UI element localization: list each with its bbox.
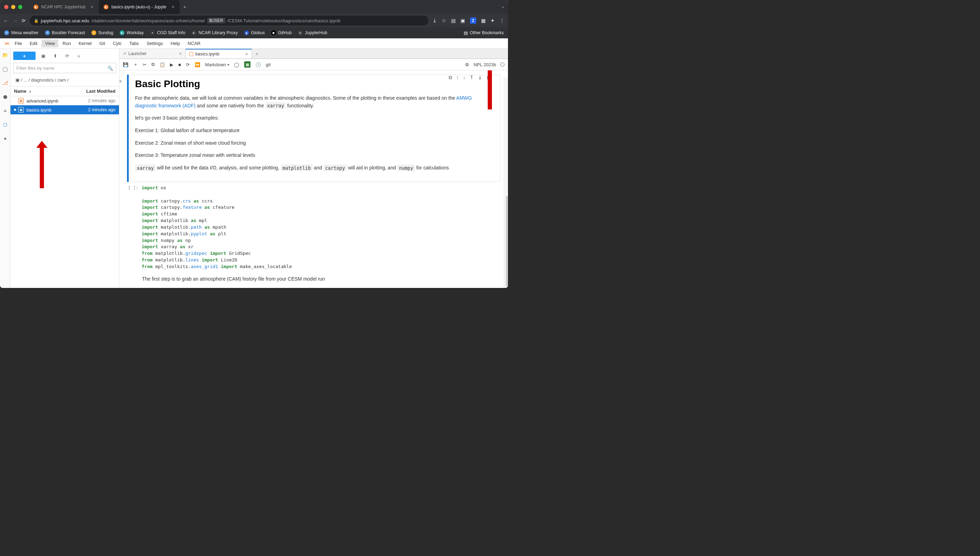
bookmark-item[interactable]: ☀Boulder Forecast (45, 30, 85, 35)
launcher-icon: ↗ (123, 51, 126, 56)
close-icon[interactable]: × (179, 51, 182, 57)
zotero-extension-icon[interactable]: Z (470, 18, 476, 24)
git-clone-icon[interactable]: ◈ (75, 52, 83, 60)
extension-icon[interactable]: ▦ (481, 18, 486, 23)
run-icon[interactable]: ▶ (170, 62, 173, 67)
tab-title: NCAR HPC JupyterHub (41, 5, 86, 10)
upload-icon[interactable]: ⬆ (51, 52, 59, 60)
markdown-cell[interactable]: ▾ Basic Plotting For the atmospheric dat… (130, 74, 500, 182)
back-button[interactable]: ← (3, 18, 8, 23)
file-browser: + ▣ ⬆ ⟳ ◈ Filter files by name 🔍 ▣ / ...… (10, 49, 119, 288)
url-user-chip: $USER (207, 18, 225, 23)
bookmark-item[interactable]: ◉GitHub (271, 30, 292, 35)
new-tab-button[interactable]: ＋ (183, 4, 187, 10)
annotation-arrow (488, 70, 492, 110)
cell-type-dropdown[interactable]: Markdown ▾ (205, 62, 229, 67)
gear-icon[interactable]: ⬡ (2, 122, 8, 128)
fast-forward-icon[interactable]: ⏩ (195, 62, 200, 67)
git-label[interactable]: git (266, 62, 271, 67)
close-tab-icon[interactable]: ✕ (91, 5, 94, 10)
file-row-selected[interactable]: ▦ basics.ipynb 2 minutes ago (10, 105, 119, 114)
inline-code: xarray (266, 102, 286, 109)
paragraph: The first step is to grab an atmosphere … (142, 275, 500, 283)
close-icon[interactable]: × (245, 51, 248, 57)
menu-edit[interactable]: Edit (26, 39, 41, 47)
notebook-content[interactable]: ⧉ ↑ ↓ ⤒ ⤓ 🗑 ▾ Basic Plotting For the atm… (119, 70, 508, 288)
menu-kernel[interactable]: Kernel (75, 39, 95, 47)
add-cell-icon[interactable]: ＋ (133, 61, 138, 68)
install-app-icon[interactable]: ⤓ (432, 18, 437, 23)
maximize-window-button[interactable] (18, 5, 22, 9)
bookmark-item[interactable]: ☀Mesa weather (4, 30, 39, 35)
menu-file[interactable]: File (11, 39, 26, 47)
notebook-icon: ▦ (18, 98, 24, 103)
code-source[interactable]: import os import cartopy.crs as ccrs imp… (142, 185, 500, 270)
add-tab-button[interactable]: + (252, 49, 262, 58)
copy-icon[interactable]: ⧉ (151, 62, 155, 67)
paragraph: Exercise 1: Global lat/lon of surface te… (135, 127, 495, 134)
tab-notebook[interactable]: basics.ipynb × (186, 49, 252, 58)
new-launcher-button[interactable]: + (13, 52, 36, 60)
folder-icon[interactable]: 📁 (2, 52, 8, 58)
jupyter-favicon: ◐ (34, 5, 38, 10)
tab-launcher[interactable]: ↗Launcher × (119, 49, 186, 58)
minimize-window-button[interactable] (11, 5, 15, 9)
menu-tabs[interactable]: Tabs (126, 39, 143, 47)
new-folder-icon[interactable]: ▣ (39, 52, 47, 60)
menu-git[interactable]: Git (96, 39, 109, 47)
menu-help[interactable]: Help (167, 39, 183, 47)
bookmark-star-icon[interactable]: ☆ (442, 18, 446, 23)
notebook-icon: ▦ (18, 107, 24, 113)
kernel-name[interactable]: NPL 2023b (473, 62, 496, 67)
extensions-icon[interactable]: ✦ (2, 136, 8, 142)
bookmark-item[interactable]: gGlobus (244, 30, 265, 35)
browser-tab-active[interactable]: ◐ basics.ipynb (auto-o) - Jupyte ✕ (99, 0, 179, 14)
restart-icon[interactable]: ⟳ (186, 62, 190, 67)
menu-view[interactable]: View (42, 39, 58, 47)
collapse-caret-icon[interactable]: ▾ (119, 79, 121, 84)
code-cell[interactable]: [ ]: import os import cartopy.crs as ccr… (127, 185, 500, 270)
bookmark-item[interactable]: ☀Sundog (91, 30, 113, 35)
notebook-icon (189, 52, 193, 56)
extension-icon[interactable]: ▤ (451, 18, 456, 23)
browser-tab-inactive[interactable]: ◐ NCAR HPC JupyterHub ✕ (29, 0, 99, 14)
reload-button[interactable]: ⟳ (22, 18, 26, 23)
forward-button[interactable]: → (13, 18, 18, 23)
running-icon[interactable]: ◯ (2, 66, 8, 72)
close-window-button[interactable] (4, 5, 8, 9)
render-icon[interactable]: ▦ (244, 61, 251, 68)
tabs-overflow-icon[interactable]: ▾ (502, 5, 504, 9)
git-icon[interactable]: ⎇ (2, 80, 8, 86)
filter-input[interactable]: Filter files by name 🔍 (13, 63, 116, 73)
menu-settings[interactable]: Settings (143, 39, 167, 47)
extension-icon[interactable]: ▣ (460, 18, 465, 23)
markdown-cell[interactable]: The first step is to grab an atmosphere … (127, 273, 500, 288)
menu-cylc[interactable]: Cylc (109, 39, 125, 47)
other-bookmarks[interactable]: ▤Other Bookmarks (464, 30, 504, 36)
clock-icon[interactable]: 🕑 (255, 62, 261, 67)
browser-menu-icon[interactable]: ⋮ (500, 18, 504, 23)
menu-run[interactable]: Run (59, 39, 74, 47)
paste-icon[interactable]: 📋 (159, 62, 165, 67)
paragraph: For the atmospheric data, we will look a… (135, 94, 495, 110)
extensions-puzzle-icon[interactable]: ✦ (491, 18, 495, 23)
scrollbar-thumb[interactable] (506, 196, 508, 286)
bookmark-item[interactable]: ◐JupyterHub (298, 30, 327, 35)
url-bar[interactable]: 🔒 jupyterhub.hpc.ucar.edu/stable/user/du… (30, 16, 428, 26)
menu-ncar[interactable]: NCAR (184, 39, 204, 47)
bookmark-item[interactable]: ◐NCAR Library Proxy (191, 30, 238, 35)
stop-icon[interactable]: ■ (178, 62, 181, 67)
sort-icon[interactable]: ▲ (28, 89, 32, 93)
dask-icon[interactable]: ◯ (234, 62, 239, 67)
bookmark-item[interactable]: ●CGD Staff Info (150, 30, 185, 35)
cut-icon[interactable]: ✂ (143, 62, 147, 67)
close-tab-icon[interactable]: ✕ (171, 5, 175, 10)
bookmark-item[interactable]: ◐Workday (120, 30, 144, 35)
refresh-icon[interactable]: ⟳ (63, 52, 71, 60)
breadcrumb[interactable]: ▣ / ... / diagnostics / cam / (10, 75, 119, 86)
bug-icon[interactable]: ⚙ (465, 62, 469, 67)
commands-icon[interactable]: ⬢ (2, 94, 8, 100)
file-row[interactable]: ▦ advanced.ipynb 2 minutes ago (10, 96, 119, 105)
toc-icon[interactable]: ≡ (2, 108, 8, 114)
save-icon[interactable]: 💾 (123, 62, 128, 67)
